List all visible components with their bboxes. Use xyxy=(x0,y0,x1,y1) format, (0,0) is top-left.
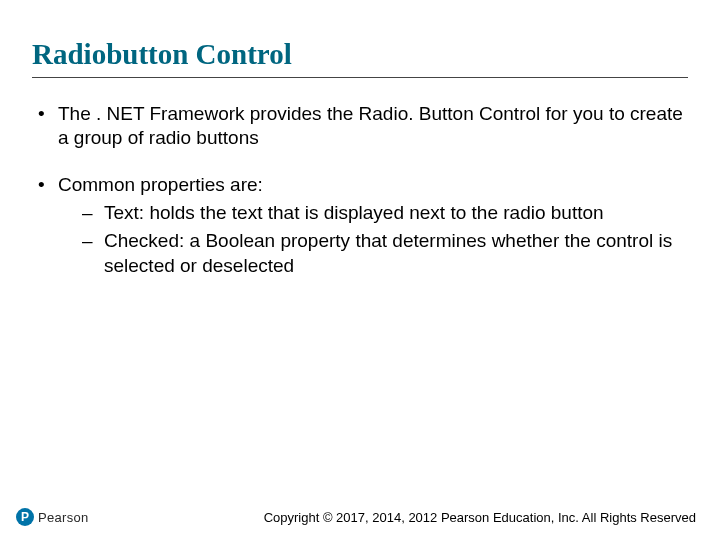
sub-bullet-item: Text: holds the text that is displayed n… xyxy=(82,201,688,225)
logo-mark-icon: P xyxy=(16,508,34,526)
logo-text: Pearson xyxy=(38,510,89,525)
property-name: Text xyxy=(104,202,139,223)
copyright-text: Copyright © 2017, 2014, 2012 Pearson Edu… xyxy=(264,510,696,525)
slide: Radiobutton Control The . NET Framework … xyxy=(0,0,720,540)
sub-bullet-list: Text: holds the text that is displayed n… xyxy=(58,201,688,278)
bullet-item: Common properties are: Text: holds the t… xyxy=(38,173,688,278)
sub-bullet-item: Checked: a Boolean property that determi… xyxy=(82,229,688,278)
footer: P Pearson Copyright © 2017, 2014, 2012 P… xyxy=(0,508,720,526)
bullet-text: The . NET Framework provides the Radio. … xyxy=(58,103,683,148)
slide-title: Radiobutton Control xyxy=(32,38,688,71)
property-name: Checked xyxy=(104,230,179,251)
publisher-logo: P Pearson xyxy=(16,508,89,526)
bullet-list: The . NET Framework provides the Radio. … xyxy=(32,102,688,278)
title-divider xyxy=(32,77,688,78)
slide-content: The . NET Framework provides the Radio. … xyxy=(32,102,688,278)
property-desc: : holds the text that is displayed next … xyxy=(139,202,604,223)
bullet-item: The . NET Framework provides the Radio. … xyxy=(38,102,688,151)
property-desc: : a Boolean property that determines whe… xyxy=(104,230,672,275)
bullet-text: Common properties are: xyxy=(58,174,263,195)
